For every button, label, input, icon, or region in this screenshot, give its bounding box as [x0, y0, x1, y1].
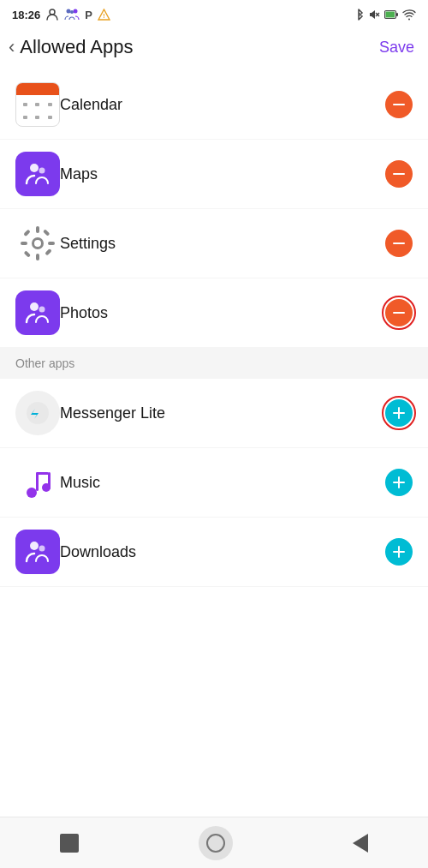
music-app-icon	[15, 460, 60, 505]
app-name-photos: Photos	[60, 304, 385, 322]
cal-dot	[23, 103, 27, 106]
maps-app-icon	[15, 152, 60, 196]
svg-rect-19	[45, 248, 51, 255]
bluetooth-icon	[354, 8, 364, 21]
svg-rect-27	[36, 472, 39, 491]
minus-icon	[393, 173, 405, 176]
svg-point-3	[70, 10, 74, 14]
svg-rect-20	[24, 250, 31, 257]
cal-dot	[23, 116, 27, 119]
page-title: Allowed Apps	[20, 36, 133, 58]
gear-icon	[19, 224, 56, 262]
plus-v	[398, 476, 401, 488]
cal-header	[16, 83, 59, 95]
svg-point-2	[74, 9, 78, 14]
svg-point-30	[30, 542, 39, 550]
remove-photos-button[interactable]	[385, 299, 413, 326]
add-downloads-button[interactable]	[385, 538, 413, 566]
svg-point-10	[30, 164, 39, 172]
cal-dot	[48, 103, 52, 106]
svg-point-1	[67, 9, 71, 14]
battery-icon-status	[384, 9, 398, 20]
people-icon	[23, 159, 52, 189]
nav-bar: ‹ Allowed Apps Save	[0, 27, 428, 70]
stop-button[interactable]	[60, 834, 79, 853]
status-bar: 18:26 P !	[0, 0, 428, 27]
svg-point-25	[27, 488, 37, 498]
home-button[interactable]	[199, 826, 233, 860]
plus-icon	[393, 407, 405, 419]
list-item: Messenger Lite	[0, 379, 428, 448]
plus-v	[398, 407, 401, 419]
messenger-app-icon	[15, 391, 60, 435]
user-icon	[45, 8, 59, 21]
svg-text:!: !	[103, 13, 104, 19]
mute-icon	[368, 9, 380, 21]
svg-rect-9	[396, 13, 398, 16]
svg-rect-28	[36, 472, 49, 475]
minus-icon	[393, 104, 405, 106]
settings-app-icon	[15, 221, 60, 266]
svg-rect-29	[48, 472, 51, 489]
app-name-messenger: Messenger Lite	[60, 404, 385, 422]
save-button[interactable]: Save	[379, 39, 414, 57]
app-name-music: Music	[60, 474, 385, 492]
svg-point-13	[34, 240, 41, 247]
status-right	[354, 8, 416, 21]
cal-dot	[48, 116, 52, 119]
remove-calendar-button[interactable]	[385, 91, 413, 118]
music-note-icon	[19, 464, 56, 501]
people-icon	[23, 537, 52, 566]
other-apps-header: Other apps	[0, 348, 428, 379]
svg-rect-15	[36, 254, 39, 260]
content-area: Calendar Maps	[0, 70, 428, 647]
remove-maps-button[interactable]	[385, 160, 413, 188]
list-item: Downloads	[0, 518, 428, 587]
svg-rect-16	[21, 242, 27, 245]
list-item: Settings	[0, 209, 428, 278]
people-icon	[23, 298, 52, 327]
nav-left: ‹ Allowed Apps	[9, 36, 133, 58]
svg-point-11	[39, 168, 45, 174]
cal-dot	[35, 116, 39, 119]
svg-rect-18	[23, 230, 30, 236]
add-messenger-button[interactable]	[385, 399, 413, 427]
minus-icon	[393, 242, 405, 245]
bottom-nav	[0, 817, 428, 868]
cal-body	[16, 95, 59, 126]
list-item: Calendar	[0, 70, 428, 140]
svg-rect-17	[48, 242, 55, 245]
plus-v	[398, 546, 401, 558]
list-item: Photos	[0, 278, 428, 348]
warning-icon: !	[98, 9, 110, 21]
plus-icon	[393, 546, 405, 558]
home-circle-icon	[206, 834, 225, 853]
calendar-app-icon	[15, 82, 60, 127]
family-icon	[64, 8, 80, 21]
minus-icon	[393, 312, 405, 314]
svg-point-31	[39, 546, 45, 552]
back-button[interactable]: ‹	[9, 38, 15, 57]
svg-rect-21	[43, 229, 50, 236]
app-name-calendar: Calendar	[60, 96, 385, 114]
downloads-app-icon	[15, 530, 60, 574]
parking-icon: P	[85, 9, 92, 21]
svg-point-23	[39, 307, 45, 313]
messenger-bolt-icon	[25, 400, 51, 426]
list-item: Maps	[0, 140, 428, 209]
back-nav-button[interactable]	[353, 834, 368, 853]
svg-rect-8	[386, 12, 395, 18]
remove-settings-button[interactable]	[385, 230, 413, 257]
allowed-apps-list: Calendar Maps	[0, 70, 428, 587]
app-name-downloads: Downloads	[60, 543, 385, 561]
app-name-maps: Maps	[60, 165, 385, 183]
photos-app-icon	[15, 290, 60, 335]
svg-point-22	[30, 302, 39, 311]
cal-dot	[35, 103, 39, 106]
wifi-icon	[402, 9, 416, 21]
add-music-button[interactable]	[385, 469, 413, 496]
plus-icon	[393, 476, 405, 488]
svg-rect-14	[36, 226, 39, 233]
status-left: 18:26 P !	[12, 8, 110, 21]
time-display: 18:26	[12, 9, 40, 21]
